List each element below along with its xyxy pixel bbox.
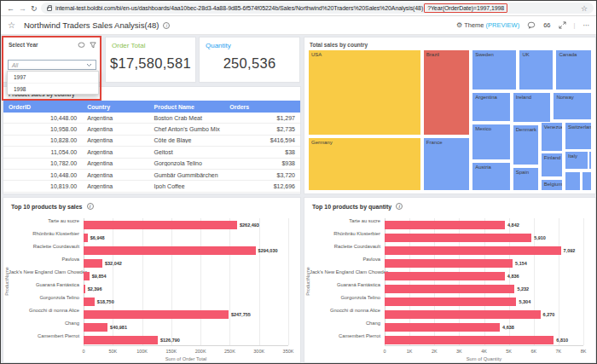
treemap-cell[interactable] xyxy=(588,151,592,169)
treemap-cell[interactable]: Belgium xyxy=(541,179,563,191)
table-row[interactable]: 10,958.00ArgentinaChef Anton's Gumbo Mix… xyxy=(3,124,300,135)
treemap-cell[interactable]: UK xyxy=(519,49,554,90)
treemap-cell[interactable]: Canada xyxy=(555,49,592,90)
x-tick-label: 7K xyxy=(556,349,562,354)
forward-icon[interactable]: → xyxy=(19,3,26,14)
treemap-cell[interactable] xyxy=(565,171,581,191)
dropdown-option[interactable]: 1998 xyxy=(8,83,98,94)
treemap-cell-label: Norway xyxy=(554,93,591,100)
year-combobox[interactable]: All xyxy=(8,60,96,70)
bar-value-label: $262,493 xyxy=(240,222,259,228)
table-cell: Argentina xyxy=(82,183,148,189)
bar-value-label: 5,232 xyxy=(517,286,529,292)
gridline xyxy=(288,218,289,345)
info-icon[interactable]: i xyxy=(87,203,94,210)
bar-row: Chang4,638 xyxy=(385,321,583,333)
address-bar[interactable]: internal-test.boldbi.com/bi/en-us/dashbo… xyxy=(41,3,594,14)
bar-value-label: 5,154 xyxy=(515,261,527,266)
reload-icon[interactable]: ↻ xyxy=(31,3,38,14)
treemap-widget: Total sales by country USAGermanyBrazilF… xyxy=(304,37,596,194)
category-label: Rhönbräu Klosterbier xyxy=(310,231,385,236)
comment-icon[interactable] xyxy=(78,42,85,49)
bar[interactable] xyxy=(385,298,516,306)
bar-value-label: $18,750 xyxy=(97,299,114,304)
bar[interactable] xyxy=(84,323,107,332)
treemap-cell[interactable]: Ireland xyxy=(513,92,552,123)
bar[interactable] xyxy=(385,323,500,332)
bar[interactable] xyxy=(84,310,229,319)
treemap-cell[interactable]: Finland xyxy=(541,153,563,177)
treemap-cell[interactable]: Italy xyxy=(565,151,588,169)
treemap-cell-label: USA xyxy=(309,50,420,57)
bar-track: Gorgonzola Telino$18,750 xyxy=(84,295,288,308)
bar[interactable] xyxy=(84,272,90,280)
bar[interactable] xyxy=(84,221,237,229)
bar[interactable] xyxy=(385,221,505,229)
filter-funnel-icon[interactable] xyxy=(90,42,96,49)
treemap-cell[interactable]: Norway xyxy=(553,92,592,120)
bar-value-label: 4,638 xyxy=(502,325,514,330)
treemap-cell[interactable]: USA xyxy=(308,49,421,136)
bar[interactable] xyxy=(385,310,541,319)
treemap-cell[interactable]: Argentina xyxy=(472,92,511,122)
bar-row: Camembert Pierrot6,810 xyxy=(385,333,583,346)
combobox-value: All xyxy=(12,62,18,68)
favorite-star-icon[interactable]: ☆ xyxy=(8,20,15,30)
bar[interactable] xyxy=(84,246,256,255)
category-label: Tarte au sucre xyxy=(9,218,84,223)
treemap-cell-label: Finland xyxy=(542,153,562,160)
treemap-cell[interactable]: Spain xyxy=(513,167,539,191)
treemap-cell[interactable]: Venezuela xyxy=(541,122,563,151)
table-cell: Argentina xyxy=(82,137,148,143)
treemap-cell[interactable]: Denmark xyxy=(513,124,539,165)
treemap-cell[interactable]: Mexico xyxy=(472,124,511,160)
bar-track: Gnocchi di nonna Alice$247,755 xyxy=(84,308,288,321)
bar-row: Camembert Pierrot$126,790 xyxy=(84,333,288,346)
bar-track: Raclette Courdavault7,092 xyxy=(385,244,583,257)
dashboard-info-icon[interactable]: i xyxy=(163,22,170,29)
treemap-cell-label: Spain xyxy=(513,168,538,175)
divider: | xyxy=(574,21,576,29)
comments-icon[interactable] xyxy=(527,21,536,29)
bar[interactable] xyxy=(84,298,95,306)
table-cell: 10,782.00 xyxy=(3,160,82,166)
treemap-cell[interactable]: France xyxy=(423,137,470,191)
fullscreen-icon[interactable] xyxy=(559,21,566,29)
info-icon[interactable]: i xyxy=(396,203,403,210)
theme-button[interactable]: ⚙ Theme (PREVIEW) xyxy=(456,21,519,29)
back-icon[interactable]: ← xyxy=(7,3,14,14)
table-row[interactable]: 10,448.00ArgentinaGumbär Gummibärchen$3,… xyxy=(3,170,300,181)
x-tick-label: 100K xyxy=(136,349,148,354)
table-row[interactable]: 10,782.00ArgentinaGorgonzola Telino$938 xyxy=(3,159,300,170)
category-label: Pavlova xyxy=(9,257,84,262)
treemap-cell[interactable] xyxy=(582,171,592,191)
treemap-cell[interactable]: Switzerland xyxy=(565,122,592,149)
treemap-cell[interactable]: Brazil xyxy=(423,49,470,136)
treemap-title: Total sales by country xyxy=(304,38,595,48)
table-row[interactable]: 10,448.00ArgentinaBoston Crab Meat$1,297 xyxy=(3,113,300,124)
lock-icon xyxy=(47,7,52,11)
dropdown-option[interactable]: 1997 xyxy=(8,72,98,83)
bar[interactable] xyxy=(385,272,505,280)
treemap-cell-label: Belgium xyxy=(542,180,562,187)
bar[interactable] xyxy=(385,336,554,344)
treemap-cell[interactable]: Germany xyxy=(308,137,421,191)
bar[interactable] xyxy=(385,234,531,242)
bar[interactable] xyxy=(84,234,88,242)
bar[interactable] xyxy=(84,259,102,268)
bar-row: Pavlova$32,042 xyxy=(84,257,288,269)
bar[interactable] xyxy=(84,336,158,344)
treemap-cell[interactable]: Austria xyxy=(472,162,511,191)
bar[interactable] xyxy=(385,285,514,293)
x-tick-label: 0 xyxy=(383,349,385,354)
bookmark-star-icon[interactable]: ☆ xyxy=(581,4,588,13)
table-row[interactable]: 10,828.00ArgentinaCôte de Blaye$416,594 xyxy=(3,136,300,147)
bar-track: Guaraná Fantástica5,232 xyxy=(385,282,583,295)
table-row[interactable]: 11,054.00ArgentinaGeitost$38 xyxy=(3,147,300,158)
bar[interactable] xyxy=(84,285,85,293)
table-row[interactable]: 10,819.00ArgentinaIpoh Coffee$12,696 xyxy=(3,181,300,192)
bar[interactable] xyxy=(385,246,561,255)
bar[interactable] xyxy=(385,259,513,268)
more-options-icon[interactable]: ⋯ xyxy=(583,21,590,29)
treemap-cell[interactable]: Sweden xyxy=(472,49,517,90)
